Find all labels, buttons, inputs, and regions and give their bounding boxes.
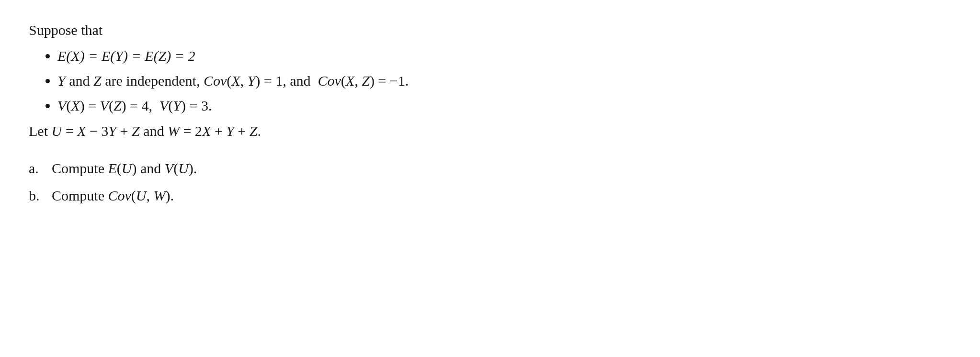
part-b-text: Compute Cov(U, W). [52, 185, 174, 207]
bullet-item-1: E(X) = E(Y) = E(Z) = 2 [57, 45, 795, 67]
let-line: Let U = X − 3Y + Z and W = 2X + Y + Z. [29, 120, 795, 143]
problem-container: Suppose that E(X) = E(Y) = E(Z) = 2 Y an… [29, 19, 795, 207]
suppose-text: Suppose that [29, 22, 103, 38]
bullet-item-2: Y and Z are independent, Cov(X, Y) = 1, … [57, 69, 795, 92]
part-b-label: b. [29, 185, 43, 207]
bullet-item-3: V(X) = V(Z) = 4, V(Y) = 3. [57, 94, 795, 117]
part-b-line: b. Compute Cov(U, W). [29, 185, 795, 207]
suppose-line: Suppose that [29, 19, 795, 42]
parts-container: a. Compute E(U) and V(U). b. Compute Cov… [29, 157, 795, 207]
part-a-line: a. Compute E(U) and V(U). [29, 157, 795, 180]
bullet-list: E(X) = E(Y) = E(Z) = 2 Y and Z are indep… [29, 45, 795, 117]
part-a-label: a. [29, 157, 43, 180]
part-a-text: Compute E(U) and V(U). [52, 157, 197, 180]
